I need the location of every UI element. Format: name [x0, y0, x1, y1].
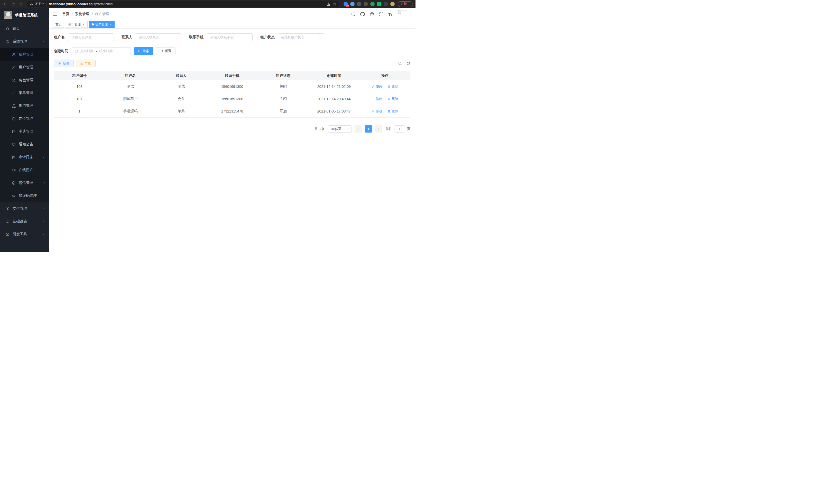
sidebar-item-online-users[interactable]: 在线用户 [0, 164, 49, 176]
avatar [397, 10, 407, 18]
reset-button[interactable]: 重置 [156, 47, 175, 55]
sidebar-item-notice[interactable]: 通知公告 [0, 138, 49, 151]
extension-icon-7[interactable] [384, 2, 388, 6]
sidebar-toggle-icon[interactable] [53, 12, 58, 16]
plus-icon [58, 62, 61, 65]
sidebar-item-dev-tools[interactable]: 研发工具 [0, 228, 49, 241]
contact-input[interactable] [136, 33, 181, 41]
edit-button[interactable]: 修改 [372, 84, 382, 89]
extension-icon-3[interactable] [357, 2, 361, 6]
page-number-1[interactable]: 1 [365, 125, 372, 132]
page-unit-label: 页 [407, 127, 410, 131]
next-page-button[interactable] [375, 125, 382, 132]
toggle-search-icon[interactable] [398, 61, 402, 65]
col-contact: 联系人 [156, 71, 207, 80]
status-select[interactable]: 请选择租户状态 [278, 33, 324, 41]
search-icon [138, 50, 141, 53]
breadcrumb-home[interactable]: 首页 [62, 12, 69, 17]
add-button[interactable]: 新增 [54, 60, 74, 67]
help-icon[interactable] [370, 12, 374, 17]
delete-button[interactable]: 删除 [388, 84, 398, 89]
sidebar-item-sms-mgmt[interactable]: 短信管理 [0, 176, 49, 189]
extension-icon-6[interactable] [377, 2, 381, 6]
status-text: 关闭 [258, 93, 309, 105]
search-button[interactable]: 搜索 [134, 47, 153, 55]
chevron-down-icon [346, 127, 349, 130]
top-navbar: 首页 系统管理 租户管理 [49, 8, 416, 20]
sidebar-item-post-mgmt[interactable]: 岗位管理 [0, 112, 49, 125]
col-status: 租户状态 [258, 71, 309, 80]
date-end-placeholder: 结束日期 [99, 49, 113, 53]
extension-badge: 10 [346, 5, 349, 7]
back-button[interactable] [3, 1, 8, 7]
sidebar-item-audit-log[interactable]: 审计日志 [0, 151, 49, 164]
bookmark-star-icon[interactable] [333, 2, 336, 6]
sidebar-item-dict-mgmt[interactable]: 字典管理 [0, 125, 49, 138]
sidebar-item-error-code-mgmt[interactable]: 错误码管理 [0, 189, 49, 202]
sidebar-item-payment-mgmt[interactable]: 支付管理 [0, 202, 49, 215]
signal-icon [12, 168, 16, 172]
fullscreen-icon[interactable] [379, 12, 383, 17]
export-button[interactable]: 导出 [76, 60, 95, 67]
broken-image-icon [398, 11, 401, 14]
filter-form-row-1: 租户名 联系人 联系手机 租户状态 请选择租户状态 [54, 33, 410, 41]
page-content: 租户名 联系人 联系手机 租户状态 请选择租户状态 [49, 29, 416, 252]
tab-tenant-mgmt[interactable]: 租户管理 [89, 21, 115, 28]
table-header-row: 租户编号 租户名 联系人 联系手机 租户状态 创建时间 操作 [54, 71, 410, 80]
tab-home[interactable]: 首页 [53, 21, 64, 28]
sidebar-item-system-mgmt[interactable]: 系统管理 [0, 35, 49, 48]
sidebar-item-dept-mgmt[interactable]: 部门管理 [0, 99, 49, 112]
delete-button[interactable]: 删除 [388, 97, 398, 101]
pencil-icon [372, 85, 375, 88]
contact-label: 联系人 [121, 35, 132, 39]
sidebar-item-menu-mgmt[interactable]: 菜单管理 [0, 87, 49, 99]
edit-button[interactable]: 修改 [372, 109, 382, 114]
sidebar-item-role-mgmt[interactable]: 角色管理 [0, 74, 49, 87]
tenant-name-label: 租户名 [54, 35, 65, 39]
status-text: 开启 [258, 105, 309, 117]
table-row: 108 测试 测试 15601691300 关闭 2021-12-14 21:0… [54, 80, 410, 93]
prev-page-button[interactable] [354, 125, 362, 132]
logo-image [4, 11, 12, 19]
page-size-select[interactable]: 10条/页 [328, 125, 351, 132]
font-size-icon[interactable] [388, 12, 392, 16]
extension-icon-2[interactable] [350, 2, 354, 6]
goto-page-input[interactable] [394, 125, 405, 132]
share-icon[interactable] [326, 2, 330, 6]
user-avatar-menu[interactable] [397, 10, 411, 18]
breadcrumb-system-mgmt[interactable]: 系统管理 [75, 12, 89, 17]
reload-button[interactable] [10, 1, 16, 7]
refresh-table-icon[interactable] [406, 61, 410, 65]
header-search-icon[interactable] [351, 12, 355, 17]
extension-icon-4[interactable] [364, 2, 368, 6]
mobile-input[interactable] [207, 33, 253, 41]
app-logo[interactable]: 芋道管理系统 [0, 8, 49, 22]
extension-icon-1[interactable]: 10 [344, 2, 348, 6]
sidebar-item-infrastructure[interactable]: 基础设施 [0, 215, 49, 228]
tab-dept-mgmt[interactable]: 部门管理 [66, 21, 88, 28]
sidebar-item-tenant-mgmt[interactable]: 租户管理 [0, 48, 49, 61]
address-separator [47, 2, 47, 6]
sidebar-item-home[interactable]: 首页 [0, 22, 49, 35]
close-icon[interactable] [109, 23, 112, 26]
delete-button[interactable]: 删除 [388, 109, 398, 114]
col-tenant-id: 租户编号 [54, 71, 105, 80]
tenant-name-input[interactable] [68, 33, 114, 41]
extension-icon-8[interactable] [390, 2, 395, 6]
active-tab-dot [92, 23, 94, 25]
address-bar[interactable]: 不安全 dashboard.yudao.iocoder.cn/system/te… [27, 1, 339, 7]
github-icon[interactable] [360, 12, 365, 17]
message-icon [12, 143, 16, 146]
date-start-placeholder: 开始日期 [80, 49, 93, 53]
browser-menu-icon[interactable] [408, 2, 411, 6]
update-label: 更新 [401, 2, 407, 6]
box-icon [6, 233, 9, 236]
extension-icon-5[interactable] [370, 2, 375, 6]
sidebar-item-user-mgmt[interactable]: 用户管理 [0, 61, 49, 74]
update-button[interactable]: 更新 [398, 1, 413, 7]
browser-home-button[interactable] [18, 1, 24, 7]
refresh-icon [160, 50, 163, 53]
date-range-picker[interactable]: 开始日期 - 结束日期 [72, 47, 131, 55]
close-icon[interactable] [82, 23, 85, 26]
edit-button[interactable]: 修改 [372, 97, 382, 101]
